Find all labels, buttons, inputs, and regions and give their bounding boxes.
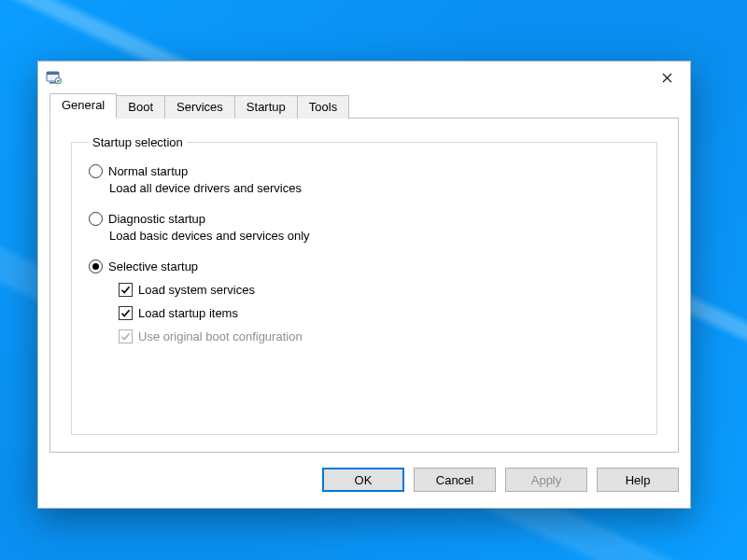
checkbox-label: Load system services <box>138 283 255 297</box>
option-normal-startup[interactable]: Normal startup Load all device drivers a… <box>89 164 640 195</box>
checkbox-load-system-services[interactable]: Load system services <box>119 283 640 297</box>
option-label: Diagnostic startup <box>108 212 205 226</box>
option-label: Selective startup <box>108 259 198 273</box>
option-selective-startup[interactable]: Selective startup <box>89 259 640 273</box>
tab-services[interactable]: Services <box>164 95 235 119</box>
checkbox-icon <box>119 329 133 343</box>
startup-selection-group: Startup selection Normal startup Load al… <box>71 135 657 435</box>
cancel-button[interactable]: Cancel <box>414 468 496 492</box>
option-label: Normal startup <box>108 164 188 178</box>
desktop-background: General Boot Services Startup Tools Star… <box>0 0 747 560</box>
ok-button[interactable]: OK <box>322 468 404 492</box>
tab-general[interactable]: General <box>49 93 117 119</box>
tab-boot[interactable]: Boot <box>116 95 165 119</box>
checkbox-label: Use original boot configuration <box>138 329 303 343</box>
dialog-client-area: General Boot Services Startup Tools Star… <box>38 95 690 503</box>
titlebar <box>38 62 690 93</box>
option-desc: Load basic devices and services only <box>109 229 640 243</box>
app-icon <box>46 69 63 86</box>
dialog-buttons: OK Cancel Apply Help <box>49 468 679 492</box>
apply-button: Apply <box>505 468 587 492</box>
checkbox-use-original-boot-config: Use original boot configuration <box>119 329 640 343</box>
svg-rect-2 <box>49 82 56 84</box>
option-desc: Load all device drivers and services <box>109 181 640 195</box>
checkbox-label: Load startup items <box>138 306 238 320</box>
checkbox-icon <box>119 283 133 297</box>
tabstrip: General Boot Services Startup Tools <box>49 95 679 119</box>
option-diagnostic-startup[interactable]: Diagnostic startup Load basic devices an… <box>89 212 640 243</box>
radio-icon <box>89 212 103 226</box>
checkbox-icon <box>119 306 133 320</box>
svg-rect-1 <box>47 72 59 75</box>
close-button[interactable] <box>645 63 688 91</box>
tabpage-general: Startup selection Normal startup Load al… <box>49 119 679 453</box>
radio-icon <box>89 164 103 178</box>
help-button[interactable]: Help <box>597 468 679 492</box>
radio-icon <box>89 259 103 273</box>
group-legend: Startup selection <box>89 135 187 149</box>
msconfig-dialog: General Boot Services Startup Tools Star… <box>37 61 691 509</box>
tab-startup[interactable]: Startup <box>234 95 298 119</box>
tab-tools[interactable]: Tools <box>297 95 349 119</box>
checkbox-load-startup-items[interactable]: Load startup items <box>119 306 640 320</box>
